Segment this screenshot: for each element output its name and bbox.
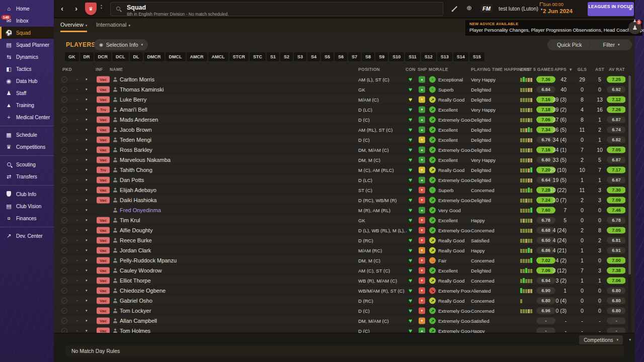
sidebar-item-competitions[interactable]: ♛Competitions <box>0 141 54 153</box>
position-filter-dcr[interactable]: DCR <box>95 52 112 61</box>
table-row[interactable]: ✓▾VacCarlton MorrisAM (L), ST (C)♥▲↑Exce… <box>59 74 625 84</box>
position-filter-s5[interactable]: S5 <box>321 52 334 61</box>
picked-check-icon[interactable]: ✓ <box>61 76 67 82</box>
row-expand-chevron-icon[interactable]: ▾ <box>86 319 88 323</box>
picked-check-icon[interactable]: ✓ <box>61 267 67 274</box>
row-expand-chevron-icon[interactable]: ▾ <box>86 138 88 142</box>
sidebar-item-scouting[interactable]: Scouting <box>0 158 54 170</box>
table-row[interactable]: ✓▾VacDaiki HashiokaD (RC), WB/M (R)♥▼↗Ex… <box>59 195 625 205</box>
picked-check-icon[interactable]: ✓ <box>61 137 67 143</box>
player-name[interactable]: Chiedozie Ogbene <box>120 288 166 294</box>
row-expand-chevron-icon[interactable]: ▾ <box>86 158 88 162</box>
row-expand-chevron-icon[interactable]: ▾ <box>86 87 88 92</box>
picked-check-icon[interactable]: ✓ <box>61 86 67 93</box>
table-row[interactable]: ✓▾VacElliot ThorpeWB (R), M/AM (C)♥▼↗Rea… <box>59 276 625 286</box>
table-row[interactable]: ✓▾VacGabriel OshoD (RC)♥▼↗Really GoodCon… <box>59 296 625 306</box>
sidebar-item-medical-center[interactable]: +Medical Center <box>0 111 54 123</box>
table-row[interactable]: ✓▾VacElijah AdebayoST (C)♥▼↑SuperbConcer… <box>59 185 625 195</box>
picked-check-icon[interactable]: ✓ <box>61 97 67 103</box>
table-row[interactable]: ✓▾VacTom LockyerD (C)♥▼↗Extremely GoodCo… <box>59 306 625 316</box>
position-filter-s1[interactable]: S1 <box>267 52 279 61</box>
position-filter-s10[interactable]: S10 <box>389 52 404 61</box>
title-search-box[interactable]: Squad 6th in English Premier Division - … <box>110 2 443 16</box>
position-filter-s6[interactable]: S6 <box>335 52 347 61</box>
row-expand-chevron-icon[interactable]: ▾ <box>86 329 88 333</box>
position-filter-s9[interactable]: S9 <box>375 52 388 61</box>
position-filter-stcr[interactable]: STCR <box>229 52 249 61</box>
selection-info-button[interactable]: ◉ Selection Info ▾ <box>94 39 148 50</box>
picked-check-icon[interactable]: ✓ <box>61 247 67 253</box>
table-row[interactable]: ✓▾VacAllan CampbellDM, M/AM (C)♥▼↗Extrem… <box>59 316 625 326</box>
row-expand-chevron-icon[interactable]: ▾ <box>86 309 88 313</box>
sidebar-item-tactics[interactable]: ◧Tactics <box>0 63 54 75</box>
collapse-chevron-icon[interactable]: ▾ <box>629 338 631 342</box>
row-expand-chevron-icon[interactable]: ▾ <box>86 279 88 283</box>
col-position[interactable]: POSITION <box>358 67 380 72</box>
player-name[interactable]: Tim Krul <box>120 217 140 223</box>
position-filter-s2[interactable]: S2 <box>280 52 293 61</box>
table-scrollbar[interactable] <box>628 74 631 333</box>
player-name[interactable]: Jordan Clark <box>120 247 151 253</box>
position-filter-s3[interactable]: S3 <box>294 52 306 61</box>
competitions-dropdown[interactable]: Competitions ▾ <box>579 335 623 344</box>
row-expand-chevron-icon[interactable]: ▾ <box>86 228 88 232</box>
position-filter-dl[interactable]: DL <box>130 52 143 61</box>
col-name[interactable]: NAME <box>110 67 123 72</box>
picked-check-icon[interactable]: ✓ <box>61 107 67 113</box>
row-expand-chevron-icon[interactable]: ▾ <box>86 289 88 293</box>
col-inf[interactable]: INF <box>96 67 103 72</box>
row-expand-chevron-icon[interactable]: ▾ <box>86 238 88 242</box>
picked-check-icon[interactable]: ✓ <box>61 237 67 243</box>
row-expand-chevron-icon[interactable]: ▾ <box>86 168 88 172</box>
picked-check-icon[interactable]: ✓ <box>61 157 67 163</box>
row-expand-chevron-icon[interactable]: ▾ <box>86 248 88 252</box>
world-icon[interactable]: ⊕ <box>466 4 472 12</box>
picked-check-icon[interactable]: ✓ <box>61 308 67 314</box>
picked-check-icon[interactable]: ✓ <box>61 328 67 333</box>
leagues-in-focus-button[interactable]: LEAGUES IN FOCUS » <box>588 2 634 16</box>
sidebar-item-squad-planner[interactable]: ▤Squad Planner <box>0 39 54 51</box>
position-filter-amcl[interactable]: AMCL <box>208 52 228 61</box>
table-row[interactable]: ✓▾VacTom HolmesD (C)♥▲↗Extremely GoodHap… <box>59 326 625 333</box>
player-name[interactable]: Elijah Adebayo <box>120 187 156 193</box>
position-filter-dmcr[interactable]: DMCR <box>144 52 165 61</box>
picked-check-icon[interactable]: ✓ <box>61 117 67 123</box>
sidebar-item-staff[interactable]: ♟Staff <box>0 87 54 99</box>
sidebar-item-club-vision[interactable]: ▤Club Vision <box>0 200 54 212</box>
row-expand-chevron-icon[interactable]: ▾ <box>86 77 88 81</box>
player-name[interactable]: Carlton Morris <box>120 76 154 82</box>
table-row[interactable]: ✓▾VacTim KrulGK♥▼↗ExcellentHappy6.785006… <box>59 215 625 225</box>
manager-selector[interactable]: test luton (Luton)▾ <box>499 6 542 12</box>
player-name[interactable]: Fred Onyedinma <box>120 207 161 213</box>
col-con[interactable]: CON <box>406 67 416 72</box>
position-filter-s4[interactable]: S4 <box>307 52 320 61</box>
row-expand-chevron-icon[interactable]: ▾ <box>86 268 88 273</box>
row-expand-chevron-icon[interactable]: ▾ <box>86 299 88 303</box>
sidebar-item-inbox[interactable]: ✉149Inbox <box>0 15 54 27</box>
picked-check-icon[interactable]: ✓ <box>61 167 67 173</box>
sidebar-item-schedule[interactable]: ▦Schedule <box>0 129 54 141</box>
tab-international[interactable]: International▾ <box>96 22 130 28</box>
table-row[interactable]: ✓▾VacMads AndersenD (C)♥▲↗Extremely Good… <box>59 115 625 125</box>
player-name[interactable]: Cauley Woodrow <box>120 267 162 274</box>
row-expand-chevron-icon[interactable]: ▾ <box>86 108 88 112</box>
filter-button[interactable]: Filter ▾ <box>591 39 632 50</box>
player-name[interactable]: Elliot Thorpe <box>120 278 151 284</box>
row-expand-chevron-icon[interactable]: ▾ <box>86 128 88 132</box>
table-row[interactable]: ✓▾VacJacob BrownAM (RL), ST (C)♥▲↗Excell… <box>59 125 625 135</box>
picked-check-icon[interactable]: ✓ <box>61 187 67 193</box>
picked-check-icon[interactable]: ✓ <box>61 318 67 324</box>
player-name[interactable]: Teden Mengi <box>120 137 151 143</box>
table-row[interactable]: ✓▾Fred OnyedinmaM (R), AM (RL)♥▲↗Very Go… <box>59 205 625 215</box>
player-name[interactable]: Pelly-Ruddock Mpanzu <box>120 257 177 263</box>
position-filter-s11[interactable]: S11 <box>405 52 420 61</box>
picked-check-icon[interactable]: ✓ <box>61 278 67 284</box>
position-filter-s14[interactable]: S14 <box>453 52 468 61</box>
picked-check-icon[interactable]: ✓ <box>61 298 67 304</box>
row-expand-chevron-icon[interactable]: ▾ <box>86 98 88 102</box>
player-name[interactable]: Alfie Doughty <box>120 227 152 233</box>
position-filter-s7[interactable]: S7 <box>348 52 361 61</box>
player-name[interactable]: Jacob Brown <box>120 127 152 133</box>
scrollbar-thumb[interactable] <box>628 75 631 275</box>
table-row[interactable]: ✓▾VacTeden MengiD (C)♥▼↗ExcellentDelight… <box>59 135 625 145</box>
